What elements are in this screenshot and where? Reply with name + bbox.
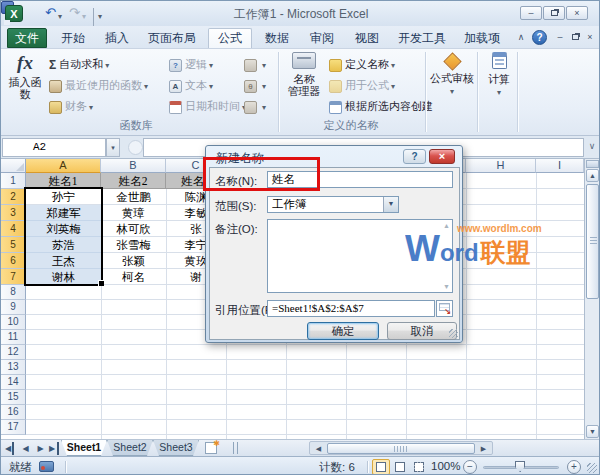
page-layout-view-button[interactable] xyxy=(391,459,409,475)
row-header-8[interactable]: 8 xyxy=(1,285,26,300)
scope-select[interactable]: 工作簿 ▼ xyxy=(267,196,399,213)
lookup-reference-button[interactable]: ▾ xyxy=(244,54,266,74)
row-header-17[interactable]: 17 xyxy=(1,420,26,435)
scroll-left-icon[interactable]: ◀ xyxy=(311,443,326,454)
cell-B5[interactable]: 张雪梅 xyxy=(101,237,166,253)
first-sheet-icon[interactable]: ◀ xyxy=(4,442,14,455)
scroll-right-icon[interactable]: ▶ xyxy=(476,443,491,454)
formula-auditing-button[interactable]: 公式审核 ▾ xyxy=(429,52,475,118)
row-header-10[interactable]: 10 xyxy=(1,315,26,330)
tab-formulas[interactable]: 公式 xyxy=(208,28,252,48)
tab-addins[interactable]: 加载项 xyxy=(457,28,507,48)
help-icon[interactable]: ? xyxy=(532,30,547,45)
sheet-tab-sheet3[interactable]: Sheet3 xyxy=(153,440,199,456)
define-name-button[interactable]: 定义名称▾ xyxy=(329,54,395,74)
row-header-13[interactable]: 13 xyxy=(1,360,26,375)
row-header-1[interactable]: 1 xyxy=(1,173,26,189)
vertical-scroll-thumb[interactable] xyxy=(586,184,599,299)
row-header-14[interactable]: 14 xyxy=(1,375,26,390)
tab-view[interactable]: 视图 xyxy=(347,28,387,48)
row-header-2[interactable]: 2 xyxy=(1,189,26,205)
cell-B6[interactable]: 张颖 xyxy=(101,253,166,269)
row-header-9[interactable]: 9 xyxy=(1,300,26,315)
more-functions-button[interactable]: ▾ xyxy=(244,96,266,116)
workbook-minimize-icon[interactable]: – xyxy=(553,30,567,45)
insert-function-button[interactable]: fx 插入函数 xyxy=(4,52,46,118)
vertical-scrollbar[interactable]: ▲ ▼ xyxy=(584,159,599,439)
zoom-in-icon[interactable]: + xyxy=(567,460,581,474)
collapse-dialog-icon[interactable]: ↘ xyxy=(436,300,453,317)
sheet-tab-sheet1[interactable]: Sheet1 xyxy=(61,440,107,456)
insert-worksheet-icon[interactable]: ✱ xyxy=(205,442,217,454)
col-header-H[interactable]: H xyxy=(466,159,536,173)
refers-to-input[interactable]: =Sheet1!$A$2:$A$7 xyxy=(267,300,435,317)
minimize-ribbon-icon[interactable]: ∧ xyxy=(513,30,529,45)
tab-insert[interactable]: 插入 xyxy=(98,28,136,48)
tab-data[interactable]: 数据 xyxy=(257,28,297,48)
row-header-15[interactable]: 15 xyxy=(1,390,26,405)
tab-split-handle[interactable] xyxy=(233,442,238,454)
dialog-close-icon[interactable]: × xyxy=(429,149,455,164)
calculation-button[interactable]: 计算 ▾ xyxy=(481,52,517,118)
autosum-button[interactable]: Σ自动求和▾ xyxy=(49,54,109,74)
col-header-I[interactable]: I xyxy=(536,159,584,173)
name-box-dropdown-icon[interactable]: ▾ xyxy=(106,138,120,157)
minimize-button[interactable]: – xyxy=(520,6,542,20)
ok-button[interactable]: 确定 xyxy=(307,322,379,340)
tab-developer[interactable]: 开发工具 xyxy=(392,28,452,48)
cell-B1[interactable]: 姓名2 xyxy=(101,173,166,189)
cell-B4[interactable]: 林可欣 xyxy=(101,221,166,237)
horizontal-scrollbar[interactable]: ◀ ▶ xyxy=(309,441,493,455)
next-sheet-icon[interactable]: ▶ xyxy=(34,442,47,455)
col-header-B[interactable]: B xyxy=(101,159,166,173)
logical-button[interactable]: ?逻辑▾ xyxy=(169,54,213,74)
cell-B3[interactable]: 黄璋 xyxy=(101,205,166,221)
cell-B2[interactable]: 金世鹏 xyxy=(101,189,166,205)
zoom-slider-thumb[interactable] xyxy=(515,461,525,472)
fill-handle[interactable] xyxy=(98,280,104,286)
row-header-3[interactable]: 3 xyxy=(1,205,26,221)
row-header-7[interactable]: 7 xyxy=(1,269,26,285)
expand-formula-bar-icon[interactable]: ∨ xyxy=(585,138,599,157)
date-time-button[interactable]: 日期和时间▾ xyxy=(169,96,246,116)
workbook-restore-icon[interactable] xyxy=(568,30,582,45)
dialog-resize-grip[interactable] xyxy=(449,329,458,338)
math-trig-button[interactable]: θ▾ xyxy=(244,75,266,95)
tab-home[interactable]: 开始 xyxy=(53,28,93,48)
textarea-scroll-down-icon[interactable]: ▼ xyxy=(443,283,450,290)
row-header-4[interactable]: 4 xyxy=(1,221,26,237)
zoom-out-icon[interactable]: − xyxy=(463,460,477,474)
scope-dropdown-icon[interactable]: ▼ xyxy=(383,197,398,212)
prev-sheet-icon[interactable]: ◀ xyxy=(19,442,32,455)
select-all-corner[interactable] xyxy=(1,159,26,173)
row-header-11[interactable]: 11 xyxy=(1,330,26,345)
dialog-help-icon[interactable]: ? xyxy=(403,149,426,164)
cell-B7[interactable]: 柯名 xyxy=(101,269,166,285)
create-from-selection-button[interactable]: 根据所选内容创建 xyxy=(329,96,433,116)
normal-view-button[interactable] xyxy=(372,459,390,475)
text-button[interactable]: A文本▾ xyxy=(169,75,213,95)
row-header-5[interactable]: 5 xyxy=(1,237,26,253)
last-sheet-icon[interactable]: ▶ xyxy=(47,442,59,455)
tab-page-layout[interactable]: 页面布局 xyxy=(141,28,203,48)
cancel-button-icon[interactable] xyxy=(128,140,143,155)
financial-button[interactable]: 财务▾ xyxy=(49,96,93,116)
cancel-button[interactable]: 取消 xyxy=(387,322,457,340)
horizontal-scroll-thumb[interactable] xyxy=(327,443,475,454)
close-button[interactable]: × xyxy=(566,6,588,20)
row-header-12[interactable]: 12 xyxy=(1,345,26,360)
name-manager-button[interactable]: 名称 管理器 xyxy=(281,52,327,118)
scroll-up-icon[interactable]: ▲ xyxy=(586,169,599,182)
page-break-view-button[interactable] xyxy=(410,459,428,475)
resize-grip[interactable] xyxy=(587,463,597,473)
tab-review[interactable]: 审阅 xyxy=(302,28,342,48)
macro-record-icon[interactable] xyxy=(39,461,54,472)
workbook-close-icon[interactable]: × xyxy=(583,30,597,45)
row-header-16[interactable]: 16 xyxy=(1,405,26,420)
sheet-tab-sheet2[interactable]: Sheet2 xyxy=(107,440,153,456)
scroll-down-icon[interactable]: ▼ xyxy=(586,425,599,438)
tab-file[interactable]: 文件 xyxy=(7,28,47,48)
recent-functions-button[interactable]: 最近使用的函数▾ xyxy=(49,75,148,95)
restore-button[interactable] xyxy=(543,6,565,20)
zoom-level[interactable]: 100% xyxy=(431,460,460,472)
